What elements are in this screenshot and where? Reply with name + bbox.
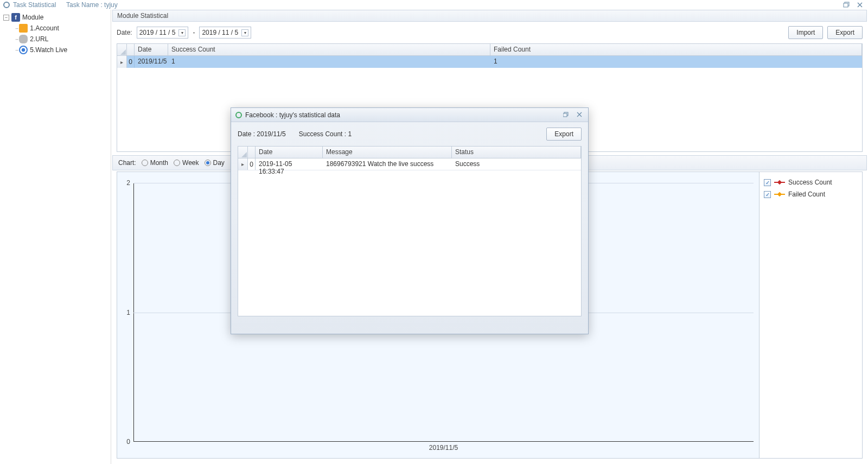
legend-item-failed[interactable]: ✓ Failed Count: [764, 188, 858, 200]
import-button[interactable]: Import: [788, 26, 823, 39]
grid-rownum-header: [248, 147, 256, 158]
tree-item-label: 5.Watch Live: [30, 46, 67, 54]
date-to-picker[interactable]: 2019 / 11 / 5 ▾: [199, 27, 251, 39]
detail-dialog[interactable]: Facebook : tyjuy's statistical data Date…: [231, 107, 589, 334]
app-icon: [235, 112, 242, 118]
module-tree: − f Module ··· 1.Account ··· 2.URL ··· 5…: [0, 10, 111, 464]
row-indicator-icon: ▸: [238, 158, 248, 170]
grid-corner: [238, 147, 248, 158]
checkbox-icon[interactable]: ✓: [764, 179, 771, 186]
table-row[interactable]: ▸ 0 2019-11-05 16:33:47 18696793921 Watc…: [238, 158, 581, 170]
tree-root-label: Module: [22, 14, 43, 21]
date-from-picker[interactable]: 2019 / 11 / 5 ▾: [137, 27, 189, 39]
cell-status: Success: [452, 158, 581, 170]
date-toolbar: Date: 2019 / 11 / 5 ▾ - 2019 / 11 / 5 ▾ …: [111, 22, 868, 43]
tree-branch-icon: ···: [15, 36, 18, 42]
cell-date: 2019/11/5: [135, 56, 168, 68]
series-marker-icon: [774, 194, 785, 195]
tree-item-url[interactable]: ··· 2.URL: [0, 34, 111, 45]
tree-collapse-icon[interactable]: −: [3, 15, 9, 21]
y-tick: 1: [126, 309, 130, 316]
checkbox-icon[interactable]: ✓: [764, 191, 771, 198]
task-name-label: Task Name : tyjuy: [66, 1, 118, 9]
col-status[interactable]: Status: [452, 147, 581, 158]
col-message[interactable]: Message: [323, 147, 452, 158]
tree-root-module[interactable]: − f Module: [0, 12, 111, 23]
row-index: 0: [248, 158, 256, 170]
detail-grid[interactable]: Date Message Status ▸ 0 2019-11-05 16:33…: [238, 146, 582, 316]
legend-label: Failed Count: [788, 190, 825, 198]
link-icon: [19, 35, 28, 43]
cell-message: 18696793921 Watch the live success: [323, 158, 452, 170]
dialog-close-icon[interactable]: [575, 111, 584, 119]
tree-item-watch-live[interactable]: ··· 5.Watch Live: [0, 45, 111, 55]
chart-legend: ✓ Success Count ✓ Failed Count: [759, 172, 862, 458]
y-tick: 0: [126, 438, 130, 446]
cell-success: 1: [168, 56, 490, 68]
col-success[interactable]: Success Count: [168, 44, 490, 55]
dialog-date: Date : 2019/11/5: [238, 130, 286, 138]
dialog-export-button[interactable]: Export: [546, 128, 582, 141]
tree-item-label: 2.URL: [30, 35, 48, 43]
date-from-value: 2019 / 11 / 5: [139, 29, 176, 36]
app-icon: [3, 2, 10, 8]
tree-branch-icon: ···: [15, 47, 18, 53]
series-marker-icon: [774, 182, 785, 183]
dialog-titlebar[interactable]: Facebook : tyjuy's statistical data: [231, 108, 588, 122]
svg-rect-1: [844, 3, 848, 7]
export-button[interactable]: Export: [827, 26, 863, 39]
row-indicator-icon: ▸: [117, 56, 127, 68]
cell-date: 2019-11-05 16:33:47: [256, 158, 323, 170]
x-axis: [133, 441, 754, 442]
legend-label: Success Count: [788, 179, 832, 186]
window-close-icon[interactable]: [855, 1, 865, 9]
dialog-info-bar: Date : 2019/11/5 Success Count : 1 Expor…: [231, 122, 588, 146]
svg-rect-3: [563, 113, 567, 117]
grid-corner: [117, 44, 127, 55]
row-index: 0: [127, 56, 135, 68]
radio-day[interactable]: Day: [205, 159, 225, 167]
y-tick: 2: [126, 179, 130, 187]
dialog-success-count: Success Count : 1: [299, 130, 352, 138]
grid-header: Date Success Count Failed Count: [117, 44, 862, 56]
dialog-title: Facebook : tyjuy's statistical data: [245, 111, 340, 119]
col-date[interactable]: Date: [256, 147, 323, 158]
radio-month[interactable]: Month: [142, 159, 168, 167]
account-icon: [19, 24, 28, 33]
col-date[interactable]: Date: [135, 44, 168, 55]
grid-header: Date Message Status: [238, 147, 581, 158]
radio-week[interactable]: Week: [174, 159, 199, 167]
chart-label: Chart:: [118, 159, 136, 167]
tree-branch-icon: ···: [15, 26, 18, 31]
grid-rownum-header: [127, 44, 135, 55]
dialog-restore-icon[interactable]: [562, 111, 571, 119]
live-icon: [19, 46, 28, 54]
col-failed[interactable]: Failed Count: [490, 44, 862, 55]
window-restore-icon[interactable]: [842, 1, 852, 9]
app-title: Task Statistical: [13, 1, 56, 9]
date-to-value: 2019 / 11 / 5: [202, 29, 238, 36]
section-header: Module Statistical: [112, 10, 867, 22]
section-title: Module Statistical: [117, 12, 168, 20]
tree-item-account[interactable]: ··· 1.Account: [0, 23, 111, 34]
window-titlebar: Task Statistical Task Name : tyjuy: [0, 0, 868, 10]
legend-item-success[interactable]: ✓ Success Count: [764, 176, 858, 188]
table-row[interactable]: ▸ 0 2019/11/5 1 1: [117, 56, 862, 68]
dropdown-icon[interactable]: ▾: [178, 29, 186, 36]
facebook-icon: f: [11, 13, 20, 22]
date-label: Date:: [117, 29, 132, 36]
tree-item-label: 1.Account: [30, 24, 59, 32]
x-tick: 2019/11/5: [429, 444, 458, 452]
date-separator: -: [193, 29, 195, 36]
cell-failed: 1: [490, 56, 862, 68]
dropdown-icon[interactable]: ▾: [241, 29, 248, 36]
